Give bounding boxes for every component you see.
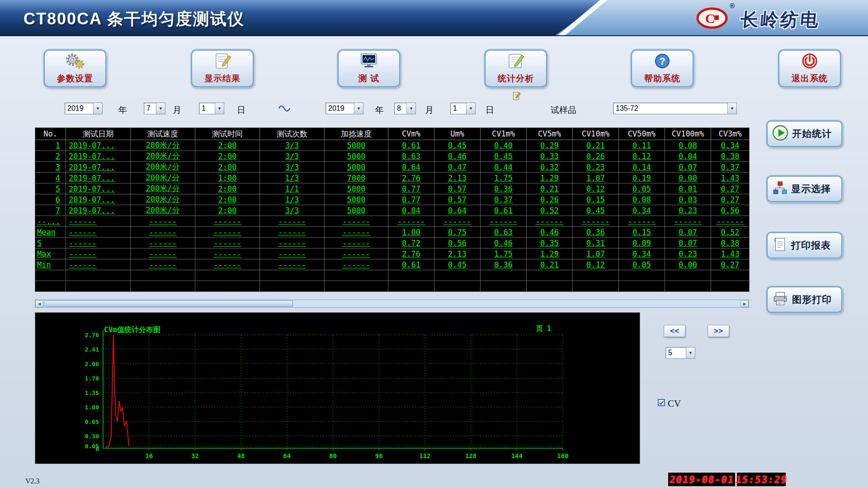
column-header: 测试速度 — [131, 128, 195, 140]
table-cell: 5000 — [325, 205, 388, 216]
scrollbar-thumb[interactable] — [44, 300, 293, 307]
test-button[interactable]: 测 试 — [338, 50, 400, 87]
table-cell: 0.84 — [388, 205, 434, 216]
table-cell: 0.23 — [665, 249, 711, 259]
cv-checkbox[interactable] — [658, 399, 665, 408]
chevron-down-icon[interactable]: ▼ — [215, 103, 224, 114]
table-cell: 1.00 — [388, 227, 434, 238]
prev-page-button[interactable]: << — [664, 325, 685, 337]
column-header: 加捻速度 — [325, 128, 388, 140]
sample-combo[interactable]: 135-72 ▼ — [613, 103, 737, 114]
end-year-combo[interactable]: 2019 ▼ — [326, 103, 363, 114]
notepad-pencil-icon — [212, 52, 233, 71]
table-row[interactable] — [35, 281, 750, 292]
table-cell: 0.63 — [388, 151, 434, 162]
table-row[interactable]: Max------------------------------2.762.1… — [35, 249, 750, 259]
start-statistics-button[interactable]: 开始统计 — [767, 121, 842, 147]
table-row[interactable]: 62019-07...200米/分2:001/350000.770.570.37… — [35, 194, 750, 205]
table-cell — [665, 270, 711, 281]
table-cell: 1.07 — [573, 173, 619, 183]
table-cell: 6 — [35, 194, 66, 205]
start-day-value: 1 — [199, 104, 215, 113]
table-cell: 5000 — [325, 162, 388, 173]
end-day-value: 1 — [451, 104, 466, 113]
chevron-down-icon[interactable]: ▼ — [727, 103, 736, 114]
scrollbar-track[interactable] — [43, 300, 741, 307]
start-month-combo[interactable]: 7 ▼ — [144, 103, 165, 114]
table-cell: ------ — [131, 259, 195, 270]
chevron-down-icon[interactable]: ▼ — [93, 103, 102, 114]
table-row[interactable]: 22019-07...200米/分2:003/350000.630.460.45… — [35, 151, 750, 162]
chevron-down-icon[interactable]: ▼ — [686, 347, 695, 358]
year-label: 年 — [118, 104, 127, 116]
table-cell: --... — [35, 216, 66, 227]
table-cell: 0.35 — [527, 238, 573, 249]
title-bar: CT800CA 条干均匀度测试仪 C ® 长岭纺电 — [0, 0, 868, 36]
print-report-button[interactable]: 打印报表 — [767, 232, 842, 258]
cv-chart-svg: 2.762.412.061.701.351.000.650.300.051632… — [35, 313, 640, 464]
graphic-print-button[interactable]: 图形打印 — [767, 286, 842, 313]
chevron-down-icon[interactable]: ▼ — [354, 103, 363, 114]
note-icon — [512, 91, 521, 103]
next-page-button[interactable]: >> — [708, 325, 729, 337]
table-cell: 0.29 — [527, 140, 573, 151]
table-cell: 0.33 — [527, 151, 573, 162]
chevron-down-icon[interactable]: ▼ — [466, 103, 475, 114]
table-cell: 5 — [35, 183, 66, 194]
table-row[interactable]: 32019-07...200米/分2:003/350000.640.470.44… — [35, 162, 750, 173]
start-year-combo[interactable]: 2019 ▼ — [65, 103, 103, 114]
toolbar-button-label: 测 试 — [359, 73, 379, 84]
table-cell: 0.36 — [573, 227, 619, 238]
table-cell: 0.64 — [388, 162, 434, 173]
table-row[interactable]: 42019-07...200米/分1:001/370002.762.131.75… — [35, 173, 750, 183]
table-cell: 0.56 — [711, 205, 750, 216]
table-cell: ------ — [195, 227, 260, 238]
chevron-down-icon[interactable]: ▼ — [406, 103, 415, 114]
scroll-right-button[interactable]: ▶ — [741, 300, 749, 307]
show-results-button[interactable]: 显示结果 — [191, 50, 254, 87]
exit-system-button[interactable]: 退出系统 — [778, 50, 841, 87]
table-row[interactable]: S------------------------------0.720.560… — [35, 238, 750, 249]
svg-text:0.30: 0.30 — [85, 433, 99, 440]
table-cell — [131, 270, 195, 281]
end-day-combo[interactable]: 1 ▼ — [450, 103, 476, 114]
table-cell: 200米/分 — [131, 162, 195, 173]
table-cell: 0.08 — [619, 194, 665, 205]
table-row[interactable]: Mean------------------------------1.000.… — [35, 227, 750, 238]
help-system-button[interactable]: ? 帮助系统 — [631, 50, 693, 87]
statistics-analysis-button[interactable]: 统计分析 — [485, 50, 547, 87]
svg-text:2.06: 2.06 — [85, 361, 99, 367]
scroll-left-button[interactable]: ◀ — [35, 300, 43, 307]
table-cell: ------ — [619, 216, 665, 227]
table-cell: 0.31 — [573, 238, 619, 249]
table-cell: 0.12 — [573, 259, 619, 270]
chevron-down-icon[interactable]: ▼ — [156, 103, 165, 114]
table-row[interactable]: 72019-07...200米/分2:003/350000.840.640.61… — [35, 205, 750, 216]
table-horizontal-scrollbar[interactable]: ◀ ▶ — [35, 300, 749, 308]
page-size-combo[interactable]: 5 ▼ — [665, 347, 695, 359]
table-row[interactable]: --...-----------------------------------… — [35, 216, 750, 227]
param-settings-button[interactable]: 参数设置 — [44, 50, 106, 87]
sample-value: 135-72 — [613, 104, 727, 113]
svg-text:?: ? — [659, 56, 665, 67]
table-cell: 0.12 — [619, 151, 665, 162]
table-cell: 2:00 — [195, 183, 260, 194]
table-cell: ------ — [527, 216, 573, 227]
table-cell: 0.47 — [434, 162, 481, 173]
table-cell: 0.38 — [711, 238, 750, 249]
app-window: CT800CA 条干均匀度测试仪 C ® 长岭纺电 参数设置 显示结 — [0, 0, 868, 488]
table-row[interactable]: Min------------------------------0.610.4… — [35, 259, 750, 270]
table-cell: 0.05 — [619, 259, 665, 270]
table-cell: 0.61 — [388, 259, 434, 270]
column-header: 测试时间 — [195, 128, 260, 140]
display-select-button[interactable]: 显示选择 — [767, 176, 842, 202]
end-month-combo[interactable]: 8 ▼ — [394, 103, 416, 114]
table-row[interactable]: 12019-07...200米/分2:003/350000.610.450.40… — [35, 140, 750, 151]
table-cell: 0.26 — [527, 194, 573, 205]
start-day-combo[interactable]: 1 ▼ — [199, 103, 224, 114]
table-cell: 2019-07... — [66, 162, 131, 173]
table-cell: 1.75 — [481, 249, 527, 259]
table-row[interactable]: 52019-07...200米/分2:001/150000.770.570.36… — [35, 183, 750, 194]
registered-mark: ® — [730, 2, 735, 9]
table-row[interactable] — [35, 270, 750, 281]
